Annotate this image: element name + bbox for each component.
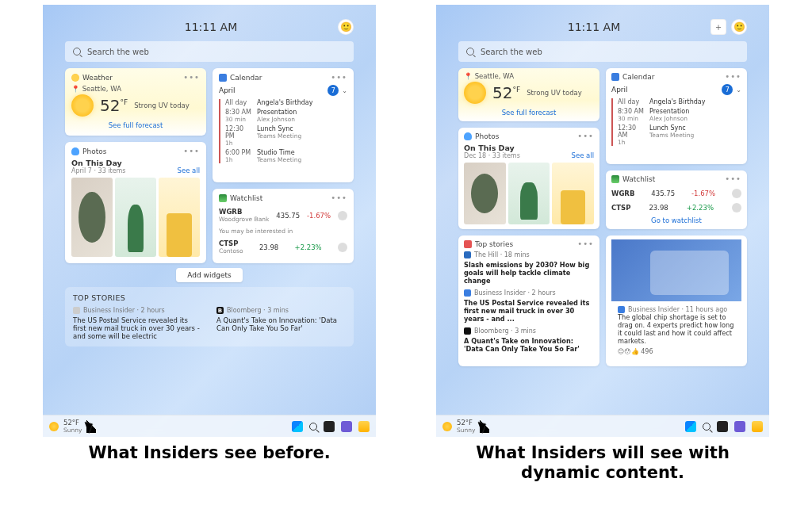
photo-thumb[interactable] (552, 163, 594, 224)
source-icon (464, 327, 471, 335)
photo-thumb[interactable] (71, 178, 113, 257)
more-icon[interactable]: ••• (331, 193, 347, 202)
weather-condition: Strong UV today (527, 89, 582, 97)
widgets-panel-after: 11:11 AM ＋ 🙂 Search the web 📍 Seattle, W… (436, 5, 769, 437)
source-icon (464, 289, 471, 297)
news-image (611, 239, 741, 301)
chevron-down-icon[interactable]: ⌄ (342, 87, 347, 94)
news-image-card[interactable]: Business Insider · 11 hours ago The glob… (606, 235, 747, 366)
stock-row[interactable]: CTSP 23.98 +2.23% (611, 201, 741, 215)
photos-widget[interactable]: Photos••• On This Day Dec 18 · 33 items … (458, 128, 599, 229)
news-story[interactable]: Bloomberg · 3 minsA Quant's Take on Inno… (464, 327, 594, 353)
more-icon[interactable]: ••• (577, 132, 594, 140)
more-icon[interactable]: ••• (183, 147, 200, 155)
watchlist-icon (611, 175, 619, 183)
sun-icon (71, 94, 94, 117)
photos-widget[interactable]: Photos••• On This Day April 7 · 33 items… (65, 142, 206, 263)
chat-icon[interactable] (734, 421, 745, 432)
taskbar-search-icon[interactable] (309, 423, 317, 431)
calendar-events: All dayAngela's Birthday8:30 AM30 minPre… (611, 98, 741, 146)
taskbar-weather[interactable]: 52°FSunny (63, 419, 82, 434)
start-button[interactable] (292, 421, 303, 432)
search-input[interactable]: Search the web (65, 41, 354, 62)
news-story[interactable]: The Hill · 18 minsSlash emissions by 203… (464, 251, 594, 285)
news-headline: The global chip shortage is set to drag … (618, 313, 735, 345)
photos-icon (464, 132, 472, 140)
calendar-event[interactable]: 12:30 PM1hLunch SyncTeams Meeting (225, 125, 347, 147)
more-icon[interactable]: ••• (331, 73, 347, 82)
calendar-events: All dayAngela's Birthday8:30 AM30 minPre… (219, 99, 347, 163)
cursor-icon (480, 420, 489, 433)
watchlist-widget[interactable]: Watchlist••• WGRBWoodgrove Bank 435.75 -… (213, 189, 354, 263)
stock-row[interactable]: WGRB 435.75 -1.67% (611, 186, 741, 201)
taskview-icon[interactable] (717, 421, 728, 432)
cursor-icon (86, 420, 96, 433)
user-avatar[interactable]: 🙂 (338, 19, 354, 35)
source-icon (464, 251, 471, 258)
weather-widget[interactable]: Weather••• 📍 Seattle, WA 52°F Strong UV … (65, 68, 206, 136)
taskbar: 52°FSunny (43, 415, 376, 437)
calendar-event[interactable]: 8:30 AM30 minPresentationAlex Johnson (618, 108, 741, 122)
calendar-icon (219, 74, 227, 82)
more-icon[interactable]: ••• (183, 73, 200, 82)
photo-thumb[interactable] (508, 163, 550, 224)
calendar-event[interactable]: 12:30 AM1hLunch SyncTeams Meeting (618, 124, 741, 146)
taskview-icon[interactable] (324, 421, 335, 432)
calendar-month: April (219, 86, 236, 94)
taskbar-search-icon[interactable] (703, 423, 710, 431)
caption-before: What Insiders see before. (88, 443, 330, 463)
search-placeholder: Search the web (87, 48, 149, 56)
user-avatar[interactable]: 🙂 (731, 19, 747, 35)
calendar-widget[interactable]: Calendar••• April 7 ⌄ All dayAngela's Bi… (606, 68, 747, 164)
weather-widget[interactable]: 📍 Seattle, WA 52°F Strong UV today See f… (458, 68, 599, 121)
more-icon[interactable]: ••• (725, 174, 741, 183)
explorer-icon[interactable] (752, 421, 763, 432)
start-button[interactable] (685, 421, 696, 432)
explorer-icon[interactable] (358, 421, 370, 432)
forecast-link[interactable]: See full forecast (71, 121, 200, 129)
stock-sparkline-icon (732, 203, 741, 212)
go-watchlist-link[interactable]: Go to watchlist (611, 216, 741, 224)
news-story[interactable]: Business Insider · 2 hoursThe US Postal … (464, 289, 594, 323)
clock: 11:11 AM (84, 21, 338, 33)
interest-label: You may be interested in (219, 228, 347, 235)
weather-temp: 52°F (100, 96, 128, 115)
stock-row[interactable]: CTSPContoso 23.98 +2.23% (219, 237, 347, 257)
weather-location: 📍 Seattle, WA (464, 72, 594, 80)
calendar-day-badge[interactable]: 7 (327, 85, 339, 96)
calendar-event[interactable]: All dayAngela's Birthday (618, 98, 741, 105)
photo-thumb[interactable] (159, 178, 200, 257)
see-all-link[interactable]: See all (572, 151, 595, 159)
photo-thumb[interactable] (115, 178, 156, 257)
calendar-month: April (611, 86, 628, 94)
more-icon[interactable]: ••• (577, 239, 594, 248)
search-input[interactable]: Search the web (458, 41, 747, 62)
calendar-day-badge[interactable]: 7 (722, 84, 733, 95)
taskbar-weather[interactable]: 52°FSunny (457, 419, 475, 434)
reactions[interactable]: 😊😯👍 496 (618, 348, 735, 355)
top-stories-widget[interactable]: Top stories••• The Hill · 18 minsSlash e… (458, 235, 599, 366)
forecast-link[interactable]: See full forecast (464, 109, 594, 117)
photos-heading: On This Day (71, 159, 126, 167)
chevron-down-icon[interactable]: ⌄ (736, 86, 741, 94)
see-all-link[interactable]: See all (178, 167, 201, 174)
stock-row[interactable]: WGRBWoodgrove Bank 435.75 -1.67% (219, 205, 347, 225)
calendar-widget[interactable]: Calendar••• April 7 ⌄ All dayAngela's Bi… (213, 68, 354, 182)
search-icon (466, 48, 474, 56)
photos-subtitle: Dec 18 · 33 items (464, 152, 520, 159)
calendar-event[interactable]: All dayAngela's Birthday (225, 99, 347, 106)
calendar-event[interactable]: 6:00 PM1hStudio TimeTeams Meeting (225, 149, 347, 163)
watchlist-widget[interactable]: Watchlist••• WGRB 435.75 -1.67% CTSP 23.… (606, 170, 747, 229)
news-story[interactable]: Business Insider · 2 hours The US Postal… (73, 307, 202, 340)
add-widget-button[interactable]: ＋ (710, 19, 726, 35)
add-widgets-button[interactable]: Add widgets (176, 268, 242, 282)
more-icon[interactable]: ••• (725, 72, 741, 81)
news-story[interactable]: BBloomberg · 3 mins A Quant's Take on In… (216, 307, 346, 340)
photo-thumb[interactable] (464, 163, 506, 224)
photos-icon (71, 147, 79, 155)
calendar-event[interactable]: 8:30 AM30 minPresentationAlex Johnson (225, 109, 347, 123)
weather-taskbar-icon (442, 422, 452, 431)
chat-icon[interactable] (341, 421, 352, 432)
weather-taskbar-icon (49, 422, 59, 431)
widgets-pane: 11:11 AM ＋ 🙂 Search the web 📍 Seattle, W… (444, 10, 761, 410)
